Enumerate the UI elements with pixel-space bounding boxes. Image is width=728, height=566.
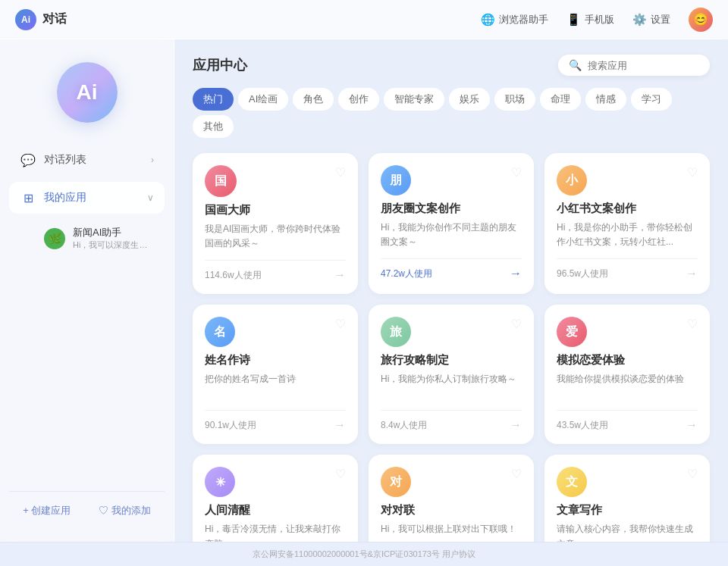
nav-settings[interactable]: ⚙️ 设置: [632, 13, 670, 27]
app-desc-guohua: 我是AI国画大师，带你跨时代体验国画的风采～: [205, 222, 346, 251]
app-desc-article: 请输入核心内容，我帮你快速生成文章: [557, 522, 698, 542]
app-icon-article: 文: [557, 467, 587, 497]
filter-tabs: 热门 AI绘画 角色 创作 智能专家 娱乐 职场 命理 情感 学习 其他: [193, 88, 710, 138]
app-desc-xiaohongshu: Hi，我是你的小助手，带你轻松创作小红书文案，玩转小红社...: [557, 220, 698, 249]
tab-create[interactable]: 创作: [338, 88, 379, 111]
app-desc-couplet: Hi，我可以根据上联对出下联哦！: [381, 522, 522, 542]
sidebar-footer: + 创建应用 ♡ 我的添加: [9, 491, 165, 530]
app-name-friends: 朋友圈文案创作: [381, 202, 522, 216]
app-users-guohua: 114.6w人使用: [205, 269, 262, 282]
nav-browser[interactable]: 🌐 浏览器助手: [481, 13, 548, 27]
app-users-love: 43.5w人使用: [557, 419, 608, 432]
app-heart-couplet[interactable]: ♡: [511, 467, 522, 481]
header-nav: 🌐 浏览器助手 📱 手机版 ⚙️ 设置 😊: [481, 8, 713, 32]
logo-icon: Ai: [15, 9, 36, 30]
app-card-guohua[interactable]: 国 ♡ 国画大师 我是AI国画大师，带你跨时代体验国画的风采～ 114.6w人使…: [193, 153, 358, 294]
tab-emotion[interactable]: 情感: [585, 88, 626, 111]
content-area: 应用中心 🔍 热门 AI绘画 角色 创作 智能专家 娱乐 职场 命理 情感 学习…: [174, 39, 728, 542]
tab-workplace[interactable]: 职场: [494, 88, 535, 111]
app-footer-friends: 47.2w人使用 →: [381, 258, 522, 280]
app-desc-wakeup: Hi，毒舌冷漠无情，让我来敲打你恋脑: [205, 522, 346, 542]
search-box[interactable]: 🔍: [558, 55, 710, 76]
search-input[interactable]: [588, 60, 699, 71]
browser-icon: 🌐: [481, 13, 494, 27]
app-icon-love: 爱: [557, 317, 587, 347]
news-app-icon: 🌿: [44, 228, 65, 249]
app-icon-travel: 旅: [381, 317, 411, 347]
app-arrow-guohua: →: [334, 268, 346, 282]
chat-list-arrow: ›: [151, 155, 154, 165]
app-arrow-namepoem: →: [334, 418, 346, 432]
app-icon-couplet: 对: [381, 467, 411, 497]
my-added-button[interactable]: ♡ 我的添加: [91, 499, 158, 522]
app-name-couplet: 对对联: [381, 503, 522, 518]
app-desc-travel: Hi，我能为你私人订制旅行攻略～: [381, 372, 522, 401]
settings-icon: ⚙️: [632, 13, 646, 27]
nav-mobile[interactable]: 📱 手机版: [566, 13, 614, 27]
app-name-travel: 旅行攻略制定: [381, 353, 522, 367]
app-arrow-xiaohongshu: →: [686, 267, 698, 280]
app-icon-namepoem: 名: [205, 317, 235, 347]
app-desc-love: 我能给你提供模拟谈恋爱的体验: [557, 372, 698, 401]
mobile-icon: 📱: [566, 13, 580, 27]
header: Ai 对话 🌐 浏览器助手 📱 手机版 ⚙️ 设置 😊: [0, 0, 728, 39]
app-icon-friends: 朋: [381, 165, 411, 195]
app-heart-wakeup[interactable]: ♡: [335, 467, 346, 481]
app-card-couplet[interactable]: 对 ♡ 对对联 Hi，我可以根据上联对出下联哦！ 31.3w人使用 →: [369, 455, 534, 542]
create-app-button[interactable]: + 创建应用: [15, 499, 78, 522]
app-card-wakeup[interactable]: ✳ ♡ 人间清醒 Hi，毒舌冷漠无情，让我来敲打你恋脑 13.9w人使用 →: [193, 455, 358, 542]
app-heart-love[interactable]: ♡: [687, 317, 698, 331]
sidebar-item-my-apps[interactable]: ⊞ 我的应用 ∨: [9, 182, 165, 214]
news-app-desc: Hi，我可以深度生成文案，也可...: [73, 239, 154, 251]
app-heart-friends[interactable]: ♡: [511, 165, 522, 180]
app-card-travel[interactable]: 旅 ♡ 旅行攻略制定 Hi，我能为你私人订制旅行攻略～ 8.4w人使用 →: [369, 305, 534, 444]
app-users-friends: 47.2w人使用: [381, 267, 432, 280]
sidebar-big-logo: Ai: [57, 62, 118, 123]
tab-fortune[interactable]: 命理: [540, 88, 581, 111]
search-icon: 🔍: [569, 59, 582, 71]
user-avatar[interactable]: 😊: [689, 8, 713, 32]
tab-study[interactable]: 学习: [631, 88, 672, 111]
header-logo[interactable]: Ai 对话: [15, 9, 67, 30]
app-desc-friends: Hi，我能为你创作不同主题的朋友圈文案～: [381, 220, 522, 249]
app-heart-namepoem[interactable]: ♡: [335, 317, 346, 331]
tab-ai-draw[interactable]: AI绘画: [238, 88, 288, 111]
tab-entertainment[interactable]: 娱乐: [449, 88, 490, 111]
app-name-article: 文章写作: [557, 503, 698, 518]
tab-role[interactable]: 角色: [293, 88, 334, 111]
app-card-article[interactable]: 文 ♡ 文章写作 请输入核心内容，我帮你快速生成文章 642w人使用 →: [544, 455, 710, 542]
app-icon-guohua: 国: [205, 165, 237, 197]
sidebar-submenu-news[interactable]: 🌿 新闻AI助手 Hi，我可以深度生成文案，也可...: [9, 220, 165, 257]
sidebar-item-chat-list[interactable]: 💬 对话列表 ›: [9, 144, 165, 176]
app-arrow-friends: →: [510, 267, 522, 280]
app-users-namepoem: 90.1w人使用: [205, 419, 256, 432]
app-heart-travel[interactable]: ♡: [511, 317, 522, 331]
app-card-namepoem[interactable]: 名 ♡ 姓名作诗 把你的姓名写成一首诗 90.1w人使用 →: [193, 305, 358, 444]
tab-hot[interactable]: 热门: [193, 88, 234, 111]
footer-bar: 京公网安备11000002000001号&京ICP证030173号 用户协议: [0, 542, 728, 566]
app-heart-article[interactable]: ♡: [687, 467, 698, 481]
sidebar-chat-list-label: 对话列表: [44, 153, 143, 167]
chat-list-icon: 💬: [20, 152, 36, 168]
app-card-love[interactable]: 爱 ♡ 模拟恋爱体验 我能给你提供模拟谈恋爱的体验 43.5w人使用 →: [544, 305, 710, 444]
app-users-xiaohongshu: 96.5w人使用: [557, 267, 608, 280]
sidebar: Ai 💬 对话列表 › ⊞ 我的应用 ∨ 🌿 新闻AI助手 Hi，我可以深度生成…: [0, 39, 174, 542]
app-grid: 国 ♡ 国画大师 我是AI国画大师，带你跨时代体验国画的风采～ 114.6w人使…: [193, 153, 710, 542]
app-users-travel: 8.4w人使用: [381, 419, 427, 432]
app-arrow-travel: →: [510, 418, 522, 432]
app-card-friends[interactable]: 朋 ♡ 朋友圈文案创作 Hi，我能为你创作不同主题的朋友圈文案～ 47.2w人使…: [369, 153, 534, 294]
app-arrow-love: →: [686, 418, 698, 432]
content-header: 应用中心 🔍: [193, 55, 710, 76]
content-title: 应用中心: [193, 56, 247, 74]
app-name-wakeup: 人间清醒: [205, 503, 346, 518]
my-apps-icon: ⊞: [20, 189, 36, 206]
main-layout: Ai 💬 对话列表 › ⊞ 我的应用 ∨ 🌿 新闻AI助手 Hi，我可以深度生成…: [0, 39, 728, 542]
header-title: 对话: [42, 11, 67, 27]
app-heart-guohua[interactable]: ♡: [335, 165, 346, 180]
app-card-xiaohongshu[interactable]: 小 ♡ 小红书文案创作 Hi，我是你的小助手，带你轻松创作小红书文案，玩转小红社…: [544, 153, 710, 294]
app-heart-xiaohongshu[interactable]: ♡: [687, 165, 698, 180]
tab-expert[interactable]: 智能专家: [384, 88, 444, 111]
tab-other[interactable]: 其他: [193, 115, 234, 138]
sidebar-logo-area: Ai: [9, 55, 165, 138]
app-footer-namepoem: 90.1w人使用 →: [205, 410, 346, 432]
